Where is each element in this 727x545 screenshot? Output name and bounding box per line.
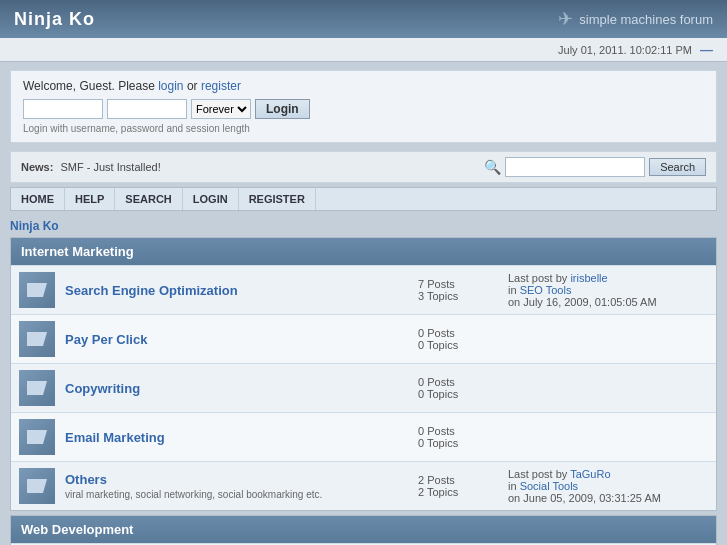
forum-lastpost: Last post by TaGuRoin Social Toolson Jun… [508, 468, 708, 504]
search-area: 🔍 Search [484, 157, 706, 177]
breadcrumb: Ninja Ko [10, 219, 717, 233]
forum-info: Copywriting [65, 381, 418, 396]
forum-name-link[interactable]: Others [65, 472, 107, 487]
login-hint: Login with username, password and sessio… [23, 123, 704, 134]
forum-name-link[interactable]: Copywriting [65, 381, 140, 396]
breadcrumb-link[interactable]: Ninja Ko [10, 219, 59, 233]
forum-stats: 0 Posts0 Topics [418, 327, 508, 351]
news-label: News: SMF - Just Installed! [21, 161, 161, 173]
password-input[interactable] [107, 99, 187, 119]
welcome-text: Welcome, Guest. Please login or register [23, 79, 704, 93]
smf-logo: ✈ simple machines forum [558, 8, 713, 30]
forum-section-internet-marketing: Internet MarketingSearch Engine Optimiza… [10, 237, 717, 511]
site-title: Ninja Ko [14, 9, 95, 30]
section-header: Internet Marketing [11, 238, 716, 265]
table-row: Search Engine Optimization7 Posts3 Topic… [11, 265, 716, 314]
forum-name-link[interactable]: Email Marketing [65, 430, 165, 445]
nav-login[interactable]: LOGIN [183, 188, 239, 210]
news-bar: News: SMF - Just Installed! 🔍 Search [10, 151, 717, 183]
search-button[interactable]: Search [649, 158, 706, 176]
minimize-icon[interactable]: — [700, 42, 713, 57]
forum-info: Search Engine Optimization [65, 283, 418, 298]
nav-help[interactable]: HELP [65, 188, 115, 210]
forum-stats: 0 Posts0 Topics [418, 376, 508, 400]
welcome-box: Welcome, Guest. Please login or register… [10, 70, 717, 143]
lastpost-topic-link[interactable]: SEO Tools [520, 284, 572, 296]
login-link[interactable]: login [158, 79, 183, 93]
forum-stats: 2 Posts2 Topics [418, 474, 508, 498]
login-row: Forever Login [23, 99, 704, 119]
smf-label: simple machines forum [579, 12, 713, 27]
lastpost-author-link[interactable]: TaGuRo [570, 468, 610, 480]
search-input[interactable] [505, 157, 645, 177]
forum-info: Email Marketing [65, 430, 418, 445]
search-icon: 🔍 [484, 159, 501, 175]
forum-icon [19, 468, 55, 504]
forum-icon [19, 321, 55, 357]
section-header: Web Development [11, 516, 716, 543]
username-input[interactable] [23, 99, 103, 119]
table-row: Email Marketing0 Posts0 Topics [11, 412, 716, 461]
forum-stats: 7 Posts3 Topics [418, 278, 508, 302]
table-row: Pay Per Click0 Posts0 Topics [11, 314, 716, 363]
forum-info: Pay Per Click [65, 332, 418, 347]
forum-lastpost: Last post by irisbellein SEO Toolson Jul… [508, 272, 708, 308]
forum-section-web-development: Web DevelopmentHTML / CSS / JavaScript0 … [10, 515, 717, 545]
forum-info: Othersviral marketing, social networking… [65, 472, 418, 500]
forum-name-link[interactable]: Pay Per Click [65, 332, 147, 347]
lastpost-author-link[interactable]: irisbelle [570, 272, 607, 284]
login-button[interactable]: Login [255, 99, 310, 119]
topbar: July 01, 2011. 10:02:11 PM — [0, 38, 727, 62]
smf-arrow-icon: ✈ [558, 8, 573, 30]
table-row: Othersviral marketing, social networking… [11, 461, 716, 510]
nav-home[interactable]: HOME [11, 188, 65, 210]
forum-icon [19, 272, 55, 308]
forum-stats: 0 Posts0 Topics [418, 425, 508, 449]
register-link[interactable]: register [201, 79, 241, 93]
nav-search[interactable]: SEARCH [115, 188, 182, 210]
navbar: HOME HELP SEARCH LOGIN REGISTER [10, 187, 717, 211]
lastpost-topic-link[interactable]: Social Tools [520, 480, 579, 492]
forum-desc: viral marketing, social networking, soci… [65, 489, 418, 500]
datetime: July 01, 2011. 10:02:11 PM [558, 44, 692, 56]
forum-sections: Internet MarketingSearch Engine Optimiza… [0, 237, 727, 545]
forum-name-link[interactable]: Search Engine Optimization [65, 283, 238, 298]
forum-icon [19, 419, 55, 455]
forum-icon [19, 370, 55, 406]
table-row: Copywriting0 Posts0 Topics [11, 363, 716, 412]
session-select[interactable]: Forever [191, 99, 251, 119]
nav-register[interactable]: REGISTER [239, 188, 316, 210]
